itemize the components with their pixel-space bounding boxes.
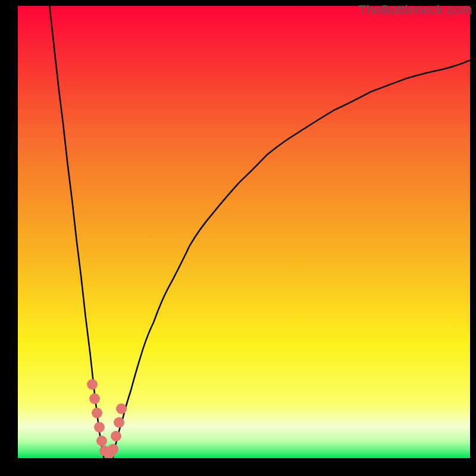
chart-frame: TheBottleneck.com	[0, 0, 476, 476]
plot-area	[18, 6, 470, 458]
marker-dot	[96, 436, 107, 446]
marker-dot	[114, 417, 124, 428]
marker-dot	[89, 393, 100, 404]
marker-dot	[108, 444, 118, 455]
gradient-background	[18, 6, 470, 458]
marker-dot	[116, 403, 127, 414]
watermark-text: TheBottleneck.com	[358, 2, 472, 18]
marker-dot	[111, 431, 121, 441]
marker-dot	[92, 408, 102, 418]
chart-svg	[18, 6, 470, 458]
marker-dot	[87, 379, 98, 390]
marker-dot	[94, 422, 105, 433]
